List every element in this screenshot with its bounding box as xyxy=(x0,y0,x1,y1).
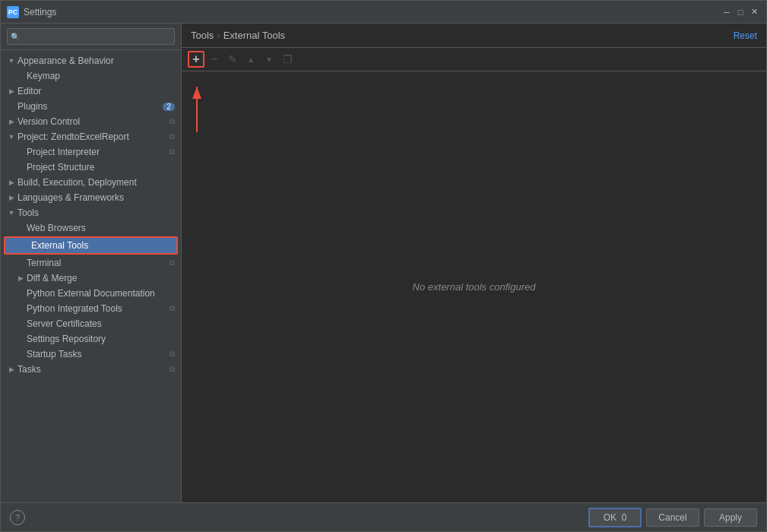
copy-icon: ⧉ xyxy=(170,350,175,359)
settings-window: PC Settings ─ □ ✕ ▼ Appearance & Behavio… xyxy=(0,0,767,532)
cancel-button[interactable]: Cancel xyxy=(646,508,699,527)
sidebar-item-tools[interactable]: ▼ Tools xyxy=(1,205,181,220)
arrow-icon: ▶ xyxy=(7,365,16,374)
arrow-icon: ▶ xyxy=(7,178,16,187)
sidebar-item-label: Startup Tasks xyxy=(27,349,166,359)
sidebar-item-external-tools[interactable]: ▶ External Tools xyxy=(5,238,176,253)
apply-button[interactable]: Apply xyxy=(704,508,757,527)
plugins-badge: 2 xyxy=(163,103,175,111)
sidebar-item-label: Web Browsers xyxy=(27,223,175,233)
sidebar-item-label: Build, Execution, Deployment xyxy=(17,177,175,188)
sidebar-item-label: Terminal xyxy=(27,258,166,268)
close-button[interactable]: ✕ xyxy=(748,6,760,18)
sidebar: ▼ Appearance & Behavior ▶ Keymap ▶ Edito… xyxy=(1,24,182,502)
copy-button[interactable]: ❐ xyxy=(279,51,296,68)
titlebar: PC Settings ─ □ ✕ xyxy=(1,1,766,24)
sidebar-item-label: Tools xyxy=(17,207,175,218)
sidebar-item-diff-merge[interactable]: ▶ Diff & Merge xyxy=(1,271,181,286)
move-up-button[interactable]: ▲ xyxy=(242,51,259,68)
sidebar-item-label: Project Structure xyxy=(27,162,175,173)
sidebar-item-label: Python External Documentation xyxy=(27,288,175,299)
sidebar-item-label: Diff & Merge xyxy=(27,273,175,283)
add-button[interactable]: + xyxy=(188,51,204,68)
empty-message-text: No external tools configured xyxy=(413,281,536,293)
sidebar-item-label: Appearance & Behavior xyxy=(17,55,175,66)
window-title: Settings xyxy=(24,7,721,17)
minimize-button[interactable]: ─ xyxy=(721,6,733,18)
sidebar-item-web-browsers[interactable]: ▶ Web Browsers xyxy=(1,220,181,236)
sidebar-item-label: Project Interpreter xyxy=(27,147,166,157)
sidebar-item-plugins[interactable]: ▶ Plugins 2 xyxy=(1,99,181,114)
panel-header: Tools › External Tools Reset xyxy=(182,24,766,48)
arrow-icon: ▶ xyxy=(7,87,16,96)
arrow-icon: ▼ xyxy=(7,132,16,141)
sidebar-item-label: Settings Repository xyxy=(27,334,175,344)
sidebar-item-label: Languages & Frameworks xyxy=(17,192,175,203)
arrow-icon: ▶ xyxy=(16,274,25,283)
external-tools-highlight: ▶ External Tools xyxy=(4,236,178,255)
sidebar-item-label: Plugins xyxy=(17,101,163,112)
sidebar-item-editor[interactable]: ▶ Editor xyxy=(1,84,181,99)
ok-label: OK xyxy=(604,512,616,523)
sidebar-item-label: Version Control xyxy=(17,116,166,127)
sidebar-item-terminal[interactable]: ▶ Terminal ⧉ xyxy=(1,255,181,271)
sidebar-item-python-int-tools[interactable]: ▶ Python Integrated Tools ⧉ xyxy=(1,301,181,316)
help-button[interactable]: ? xyxy=(10,510,25,525)
arrow-icon: ▶ xyxy=(7,117,16,126)
breadcrumb-root: Tools xyxy=(191,30,214,41)
app-icon: PC xyxy=(7,6,19,18)
maximize-button[interactable]: □ xyxy=(734,6,746,18)
sidebar-item-project[interactable]: ▼ Project: ZendtoExcelReport ⧉ xyxy=(1,129,181,144)
copy-icon: ⧉ xyxy=(170,132,175,141)
ok-button[interactable]: OK 0 xyxy=(588,508,642,527)
sidebar-item-label: Python Integrated Tools xyxy=(27,303,166,314)
breadcrumb-current: External Tools xyxy=(223,30,285,41)
sidebar-item-build[interactable]: ▶ Build, Execution, Deployment xyxy=(1,175,181,190)
panel-empty-message: No external tools configured xyxy=(182,71,766,502)
toolbar: + − ✎ ▲ ▼ ❐ xyxy=(182,48,766,71)
sidebar-item-python-ext-doc[interactable]: ▶ Python External Documentation xyxy=(1,286,181,301)
remove-button[interactable]: − xyxy=(206,51,223,68)
arrow-icon: ▶ xyxy=(7,193,16,202)
ok-count: 0 xyxy=(622,512,627,523)
search-input[interactable] xyxy=(7,28,175,45)
copy-icon: ⧉ xyxy=(170,304,175,313)
bottom-left: ? xyxy=(10,510,25,525)
sidebar-item-label: External Tools xyxy=(31,240,170,251)
window-controls: ─ □ ✕ xyxy=(721,6,760,18)
sidebar-item-settings-repo[interactable]: ▶ Settings Repository xyxy=(1,331,181,347)
bottom-bar: ? OK 0 Cancel Apply xyxy=(1,502,766,531)
search-area xyxy=(1,24,181,50)
edit-button[interactable]: ✎ xyxy=(224,51,241,68)
sidebar-item-label: Tasks xyxy=(17,364,166,375)
sidebar-item-keymap[interactable]: ▶ Keymap xyxy=(1,68,181,84)
sidebar-item-label: Project: ZendtoExcelReport xyxy=(17,131,166,142)
sidebar-item-startup-tasks[interactable]: ▶ Startup Tasks ⧉ xyxy=(1,347,181,362)
breadcrumb: Tools › External Tools xyxy=(191,30,285,41)
move-down-button[interactable]: ▼ xyxy=(261,51,277,68)
sidebar-item-label: Keymap xyxy=(27,71,175,81)
sidebar-item-label: Editor xyxy=(17,86,175,97)
breadcrumb-separator: › xyxy=(217,30,220,41)
sidebar-item-label: Server Certificates xyxy=(27,318,175,329)
sidebar-item-project-structure[interactable]: ▶ Project Structure xyxy=(1,160,181,175)
copy-icon: ⧉ xyxy=(170,147,175,157)
sidebar-item-tasks[interactable]: ▶ Tasks ⧉ xyxy=(1,362,181,377)
arrow-icon: ▼ xyxy=(7,56,16,65)
sidebar-tree: ▼ Appearance & Behavior ▶ Keymap ▶ Edito… xyxy=(1,50,181,502)
reset-button[interactable]: Reset xyxy=(734,30,757,41)
arrow-icon: ▼ xyxy=(7,208,16,217)
right-panel: Tools › External Tools Reset + − ✎ ▲ ▼ ❐ xyxy=(182,24,766,502)
copy-icon: ⧉ xyxy=(170,258,175,268)
sidebar-item-server-certs[interactable]: ▶ Server Certificates xyxy=(1,316,181,331)
copy-icon: ⧉ xyxy=(170,117,175,126)
sidebar-item-project-interpreter[interactable]: ▶ Project Interpreter ⧉ xyxy=(1,144,181,160)
sidebar-item-appearance[interactable]: ▼ Appearance & Behavior xyxy=(1,53,181,68)
sidebar-item-languages[interactable]: ▶ Languages & Frameworks xyxy=(1,190,181,205)
sidebar-item-version-control[interactable]: ▶ Version Control ⧉ xyxy=(1,114,181,129)
main-content: ▼ Appearance & Behavior ▶ Keymap ▶ Edito… xyxy=(1,24,766,502)
copy-icon: ⧉ xyxy=(170,365,175,374)
